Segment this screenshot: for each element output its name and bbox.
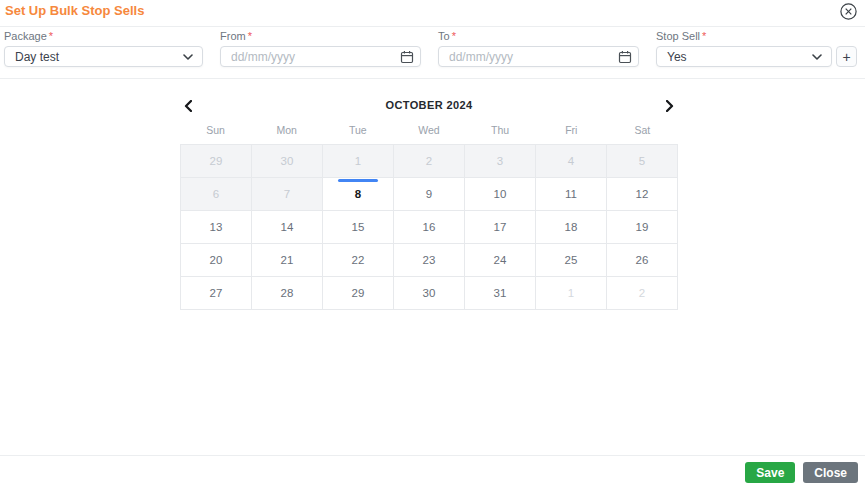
to-label-text: To <box>438 30 450 42</box>
calendar-day-cell[interactable]: 10 <box>465 178 536 211</box>
day-number: 25 <box>565 254 578 266</box>
calendar-icon <box>400 50 414 64</box>
calendar-day-cell[interactable]: 11 <box>536 178 607 211</box>
calendar-icon <box>618 50 632 64</box>
day-number: 3 <box>497 155 503 167</box>
day-number: 24 <box>494 254 507 266</box>
calendar-day-cell[interactable]: 12 <box>607 178 678 211</box>
day-header-mon: Mon <box>251 124 322 137</box>
day-number: 22 <box>352 254 365 266</box>
stop-sell-select[interactable]: Yes <box>656 46 832 67</box>
day-number: 14 <box>281 221 294 233</box>
to-datepicker-button[interactable] <box>617 49 632 64</box>
day-number: 8 <box>355 188 361 200</box>
calendar-day-cell: 7 <box>252 178 323 211</box>
calendar-day-cell[interactable]: 22 <box>323 244 394 277</box>
calendar-grid: 2930123456789101112131415161718192021222… <box>180 144 678 310</box>
day-number: 13 <box>210 221 223 233</box>
stop-sell-select-value: Yes <box>667 50 687 64</box>
calendar-day-cell: 4 <box>536 145 607 178</box>
from-date-input[interactable] <box>220 46 421 67</box>
day-number: 2 <box>639 287 645 299</box>
today-indicator-bar <box>338 179 378 182</box>
day-number: 18 <box>565 221 578 233</box>
day-number: 19 <box>636 221 649 233</box>
day-number: 12 <box>636 188 649 200</box>
calendar-day-cell[interactable]: 26 <box>607 244 678 277</box>
chevron-right-icon <box>666 100 674 112</box>
calendar-day-cell: 5 <box>607 145 678 178</box>
plus-icon: + <box>842 50 850 64</box>
to-field-group: To* <box>438 31 639 67</box>
package-label: Package* <box>4 31 203 42</box>
calendar-month-label: OCTOBER 2024 <box>180 99 678 111</box>
calendar-next-month-button[interactable] <box>662 98 678 113</box>
day-number: 23 <box>423 254 436 266</box>
calendar-day-cell[interactable]: 13 <box>181 211 252 244</box>
calendar-day-cell[interactable]: 2 <box>607 277 678 310</box>
calendar-day-cell[interactable]: 15 <box>323 211 394 244</box>
day-number: 10 <box>494 188 507 200</box>
modal-title: Set Up Bulk Stop Sells <box>5 3 144 18</box>
from-label: From* <box>220 31 421 42</box>
calendar-day-cell[interactable]: 21 <box>252 244 323 277</box>
calendar-day-cell[interactable]: 1 <box>536 277 607 310</box>
close-button[interactable] <box>838 1 858 21</box>
calendar-day-cell[interactable]: 9 <box>394 178 465 211</box>
calendar-day-cell[interactable]: 14 <box>252 211 323 244</box>
calendar-day-cell[interactable]: 30 <box>394 277 465 310</box>
calendar-day-cell: 2 <box>394 145 465 178</box>
day-number: 2 <box>426 155 432 167</box>
day-number: 7 <box>284 188 290 200</box>
day-number: 27 <box>210 287 223 299</box>
package-select[interactable]: Day test <box>4 46 203 67</box>
day-number: 28 <box>281 287 294 299</box>
day-number: 11 <box>565 188 577 200</box>
calendar-day-cell: 6 <box>181 178 252 211</box>
day-number: 30 <box>281 155 294 167</box>
to-date-input[interactable] <box>438 46 639 67</box>
day-number: 31 <box>494 287 507 299</box>
day-number: 21 <box>281 254 294 266</box>
to-input-wrap <box>438 46 639 67</box>
calendar-day-cell[interactable]: 27 <box>181 277 252 310</box>
calendar-day-cell[interactable]: 28 <box>252 277 323 310</box>
stop-sell-label-text: Stop Sell <box>656 30 700 42</box>
add-row-button[interactable]: + <box>836 46 857 67</box>
required-asterisk: * <box>702 30 706 42</box>
stop-sell-label: Stop Sell* <box>656 31 857 42</box>
package-select-value: Day test <box>15 50 59 64</box>
from-input-wrap <box>220 46 421 67</box>
from-datepicker-button[interactable] <box>399 49 414 64</box>
from-label-text: From <box>220 30 246 42</box>
calendar-day-cell[interactable]: 18 <box>536 211 607 244</box>
chevron-down-icon <box>812 54 822 60</box>
calendar-day-cell[interactable]: 25 <box>536 244 607 277</box>
calendar-day-cell[interactable]: 17 <box>465 211 536 244</box>
package-label-text: Package <box>4 30 47 42</box>
calendar-day-cell[interactable]: 19 <box>607 211 678 244</box>
calendar-day-cell: 1 <box>323 145 394 178</box>
from-field-group: From* <box>220 31 421 67</box>
save-button[interactable]: Save <box>745 462 795 483</box>
calendar-day-cell[interactable]: 24 <box>465 244 536 277</box>
package-field-group: Package* Day test <box>4 31 203 67</box>
calendar-day-cell[interactable]: 23 <box>394 244 465 277</box>
close-button-footer[interactable]: Close <box>803 462 858 483</box>
chevron-down-icon <box>183 54 193 60</box>
calendar-day-cell[interactable]: 31 <box>465 277 536 310</box>
day-number: 1 <box>355 155 361 167</box>
day-number: 5 <box>639 155 645 167</box>
calendar-day-cell[interactable]: 16 <box>394 211 465 244</box>
calendar-day-cell: 30 <box>252 145 323 178</box>
day-number: 29 <box>210 155 223 167</box>
day-header-wed: Wed <box>393 124 464 137</box>
day-number: 4 <box>568 155 574 167</box>
calendar-day-cell[interactable]: 29 <box>323 277 394 310</box>
bulk-stop-sell-form: Package* Day test From* <box>0 27 865 79</box>
day-number: 20 <box>210 254 223 266</box>
calendar-day-cell[interactable]: 20 <box>181 244 252 277</box>
calendar-day-cell[interactable]: 8 <box>323 178 394 211</box>
calendar-nav: OCTOBER 2024 <box>180 98 678 113</box>
day-number: 17 <box>494 221 507 233</box>
